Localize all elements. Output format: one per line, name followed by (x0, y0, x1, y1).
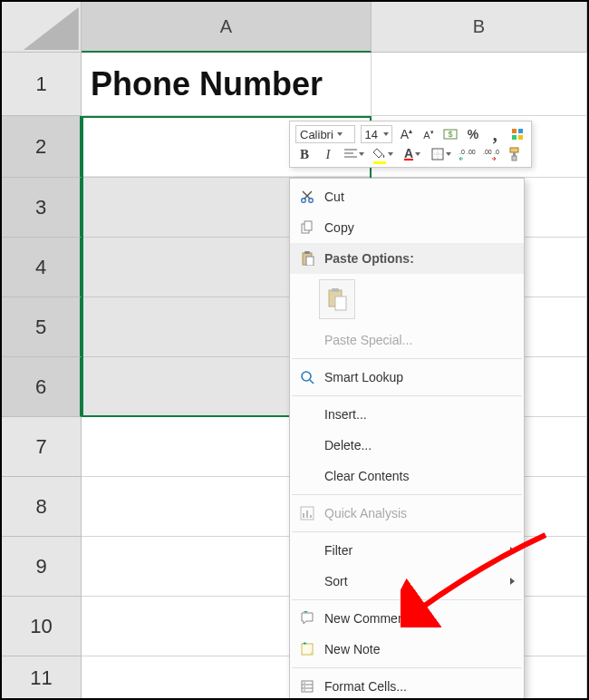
svg-rect-41 (302, 681, 313, 692)
menu-item-format-cells[interactable]: Format Cells... (290, 671, 524, 700)
fill-color-button[interactable] (372, 145, 395, 163)
row-header-10[interactable]: 10 (2, 597, 82, 656)
align-button[interactable] (343, 145, 366, 163)
svg-text:+: + (304, 611, 308, 616)
paste-options-row (290, 274, 524, 325)
font-color-button[interactable]: A (401, 145, 424, 163)
column-header-a[interactable]: A (82, 2, 372, 53)
italic-button[interactable]: I (319, 145, 337, 163)
borders-button[interactable] (430, 145, 453, 163)
menu-item-delete[interactable]: Delete... (290, 430, 524, 461)
menu-item-quick-analysis: Quick Analysis (290, 498, 524, 529)
quick-analysis-icon (295, 506, 319, 520)
font-size-combo[interactable]: 14 (361, 125, 393, 143)
copy-icon (295, 220, 319, 235)
menu-item-paste-special: Paste Special... (290, 325, 524, 355)
font-name-combo[interactable]: Calibri (295, 125, 355, 143)
menu-item-sort[interactable]: Sort (290, 566, 524, 597)
row-header-2[interactable]: 2 (2, 116, 82, 178)
chevron-down-icon (446, 152, 451, 156)
context-menu: Cut Copy Paste Options: Paste Special...… (289, 178, 525, 700)
chevron-down-icon (383, 132, 389, 136)
chevron-down-icon (415, 152, 420, 156)
menu-separator (292, 494, 522, 495)
cell-b1[interactable] (372, 53, 587, 116)
row-header-5[interactable]: 5 (2, 297, 82, 357)
svg-text:.00: .00 (483, 149, 492, 155)
svg-rect-5 (512, 135, 517, 140)
mini-toolbar: Calibri 14 A▴ A▾ $ % , B I (289, 121, 532, 168)
svg-text:+: + (303, 642, 307, 647)
accounting-format-button[interactable]: $ (442, 125, 459, 143)
menu-item-filter[interactable]: Filter (290, 535, 524, 566)
cell-a1[interactable]: Phone Number (82, 53, 372, 116)
decrease-decimal-button[interactable]: .00.0 (482, 145, 500, 163)
percent-format-button[interactable]: % (465, 125, 481, 143)
svg-rect-27 (304, 251, 310, 254)
svg-point-45 (304, 685, 305, 687)
menu-item-clear-contents[interactable]: Clear Contents (290, 461, 524, 491)
menu-item-insert[interactable]: Insert... (290, 399, 524, 430)
svg-point-32 (302, 372, 311, 381)
svg-point-20 (302, 199, 306, 203)
font-name-value: Calibri (300, 128, 333, 141)
menu-separator (292, 395, 522, 396)
menu-label: Smart Lookup (324, 370, 403, 384)
menu-item-smart-lookup[interactable]: Smart Lookup (290, 362, 524, 393)
row-header-9[interactable]: 9 (2, 537, 82, 597)
conditional-format-button[interactable] (509, 125, 526, 143)
row-header-1[interactable]: 1 (2, 53, 82, 116)
menu-separator (292, 667, 522, 668)
select-all-corner[interactable] (2, 2, 82, 53)
chevron-down-icon (337, 132, 343, 136)
svg-point-21 (309, 199, 314, 203)
font-size-value: 14 (365, 128, 378, 141)
row-header-11[interactable]: 11 (2, 656, 82, 700)
menu-label: Filter (324, 543, 352, 558)
increase-font-button[interactable]: A▴ (398, 125, 414, 143)
bold-button[interactable]: B (295, 145, 314, 163)
cell-a1-text: Phone Number (82, 65, 323, 103)
svg-point-44 (304, 682, 305, 684)
menu-label: Delete... (324, 438, 372, 452)
svg-text:.0: .0 (494, 149, 499, 155)
row-header-6[interactable]: 6 (2, 357, 82, 417)
menu-label: Insert... (324, 407, 367, 422)
format-painter-button[interactable] (506, 145, 524, 163)
row-header-4[interactable]: 4 (2, 238, 82, 297)
row-header-3[interactable]: 3 (2, 178, 82, 238)
svg-text:$: $ (449, 130, 453, 139)
svg-rect-3 (512, 129, 517, 133)
menu-separator (292, 599, 522, 600)
note-icon: + (295, 642, 319, 656)
menu-label: Paste Options: (324, 251, 414, 266)
clipboard-icon (295, 251, 319, 266)
paste-button (319, 279, 355, 319)
svg-rect-36 (306, 510, 308, 518)
menu-separator (292, 358, 522, 359)
svg-rect-18 (513, 152, 516, 156)
comment-icon: + (295, 611, 319, 626)
svg-rect-6 (518, 135, 523, 140)
menu-item-new-comment[interactable]: + New Comment (290, 603, 524, 634)
comma-format-button[interactable]: , (487, 125, 503, 143)
menu-label: Paste Special... (324, 333, 412, 347)
decrease-font-button[interactable]: A▾ (420, 125, 437, 143)
increase-decimal-button[interactable]: .0.00 (459, 145, 477, 163)
column-header-b[interactable]: B (372, 2, 587, 53)
svg-rect-17 (510, 148, 518, 152)
svg-text:.00: .00 (467, 149, 476, 155)
svg-rect-31 (335, 297, 346, 310)
menu-item-cut[interactable]: Cut (290, 181, 524, 212)
menu-label: New Comment (324, 611, 409, 626)
menu-item-new-note[interactable]: + New Note (290, 634, 524, 665)
menu-label: Quick Analysis (324, 506, 407, 520)
svg-rect-19 (512, 156, 517, 160)
svg-point-46 (304, 689, 305, 691)
svg-rect-4 (518, 129, 523, 133)
menu-item-copy[interactable]: Copy (290, 212, 524, 243)
chevron-down-icon (388, 152, 393, 156)
row-header-8[interactable]: 8 (2, 477, 82, 537)
row-header-7[interactable]: 7 (2, 417, 82, 477)
scissors-icon (295, 190, 319, 204)
